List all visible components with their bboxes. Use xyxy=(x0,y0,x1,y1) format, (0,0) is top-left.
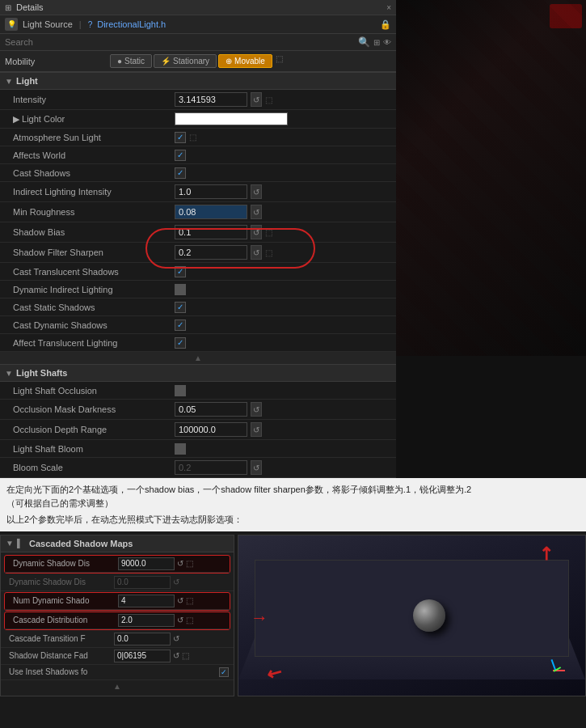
cascade-panel: ▼ ▌ Cascaded Shadow Maps Dynamic Shadow … xyxy=(0,535,234,696)
cast-static-row: Cast Static Shadows xyxy=(0,298,396,316)
shadow-distance-spin[interactable]: ↺ xyxy=(173,651,179,660)
search-input[interactable] xyxy=(5,37,358,47)
light-shafts-title: Light Shafts xyxy=(16,368,68,378)
shadow-bias-input[interactable] xyxy=(175,225,247,239)
affect-translucent-value xyxy=(175,337,391,349)
cascade-section-header[interactable]: ▼ ▌ Cascaded Shadow Maps xyxy=(1,535,234,552)
cast-shadows-checkbox[interactable] xyxy=(175,167,186,179)
affect-translucent-label: Affect Translucent Lighting xyxy=(13,338,175,348)
shadow-distance-input[interactable] xyxy=(114,650,171,662)
light-source-label: Light Source xyxy=(23,19,73,29)
cascade-transition-spin[interactable]: ↺ xyxy=(173,634,179,643)
indirect-lighting-label: Indirect Lighting Intensity xyxy=(13,187,175,197)
cascade-transition-value: ↺ xyxy=(114,633,229,645)
shadow-bias-spin[interactable]: ↺ xyxy=(251,225,262,239)
min-roughness-input[interactable] xyxy=(175,205,247,219)
cast-static-value xyxy=(175,302,391,313)
occlusion-depth-input[interactable] xyxy=(175,422,247,437)
shaft-occlusion-checkbox[interactable] xyxy=(175,385,186,396)
eye-icon[interactable]: 👁 xyxy=(383,38,391,47)
grid-view-icon[interactable]: ⊞ xyxy=(373,38,380,47)
cast-translucent-checkbox[interactable] xyxy=(175,266,186,277)
cascade-distribution-reset[interactable]: ⬚ xyxy=(186,616,193,624)
light-shafts-section-header[interactable]: ▼ Light Shafts xyxy=(0,364,396,382)
atmosphere-sun-row: Atmosphere Sun Light ⬚ xyxy=(0,129,396,146)
light-shafts-properties: Light Shaft Occlusion Occlusion Mask Dar… xyxy=(0,382,396,478)
occlusion-mask-input[interactable] xyxy=(175,402,247,417)
bloom-scale-value: ↺ xyxy=(175,460,391,475)
cascade-dyn-dist-spin[interactable]: ↺ xyxy=(177,559,183,568)
shadow-filter-reset[interactable]: ⬚ xyxy=(265,248,272,257)
cascade-num-dynamic-input[interactable] xyxy=(118,595,175,607)
cascade-transition-input[interactable] xyxy=(114,633,171,645)
movable-icon: ⊕ xyxy=(226,57,232,66)
file-label: DirectionalLight.h xyxy=(97,19,166,29)
light-section-arrow: ▼ xyxy=(5,77,13,86)
cascade-dyn-dist-reset[interactable]: ⬚ xyxy=(186,559,193,568)
intensity-reset[interactable]: ⬚ xyxy=(265,95,272,104)
indirect-lighting-spin[interactable]: ↺ xyxy=(251,184,262,199)
cascade-dyn-dist2-input[interactable] xyxy=(114,576,171,589)
indirect-lighting-value: ↺ xyxy=(175,184,391,199)
dynamic-indirect-checkbox[interactable] xyxy=(175,284,186,295)
affects-world-checkbox[interactable] xyxy=(175,150,186,161)
occlusion-mask-label: Occlusion Mask Darkness xyxy=(13,404,175,414)
atmosphere-sun-checkbox[interactable] xyxy=(175,132,186,143)
cascade-dyn-dist2-spin[interactable]: ↺ xyxy=(173,578,179,586)
shadow-distance-reset[interactable]: ⬚ xyxy=(182,651,189,660)
help-icon: ? xyxy=(88,20,93,29)
color-swatch[interactable] xyxy=(175,112,288,125)
cascade-distribution-input[interactable] xyxy=(118,614,175,627)
occlusion-mask-spin[interactable]: ↺ xyxy=(251,402,262,417)
indirect-lighting-input[interactable] xyxy=(175,184,247,199)
search-icon[interactable]: 🔍 xyxy=(358,36,370,48)
movable-button[interactable]: ⊕ Movable xyxy=(218,54,272,68)
intensity-value: ↺ ⬚ xyxy=(175,92,391,107)
static-button[interactable]: ● Static xyxy=(110,54,152,68)
cascade-distribution-value: ↺ ⬚ xyxy=(118,614,225,627)
affects-world-value xyxy=(175,150,391,161)
bloom-scale-input[interactable] xyxy=(175,460,247,475)
cast-dynamic-checkbox[interactable] xyxy=(175,320,186,331)
stationary-icon: ⚡ xyxy=(161,57,171,66)
light-section-header[interactable]: ▼ Light xyxy=(0,72,396,90)
bottom-panels: ▼ ▌ Cascaded Shadow Maps Dynamic Shadow … xyxy=(0,531,586,696)
cascade-num-dynamic-reset[interactable]: ⬚ xyxy=(186,596,193,605)
movable-reset-icon[interactable]: ⬚ xyxy=(276,54,283,68)
cascade-num-dynamic-spin[interactable]: ↺ xyxy=(177,596,183,605)
shadow-distance-label: Shadow Distance Fad xyxy=(9,651,114,660)
shadow-filter-spin[interactable]: ↺ xyxy=(251,245,262,260)
atmosphere-sun-label: Atmosphere Sun Light xyxy=(13,133,175,142)
use-inset-row: Use Inset Shadows fo xyxy=(1,665,234,680)
occlusion-depth-spin[interactable]: ↺ xyxy=(251,422,262,437)
shadow-bias-reset[interactable]: ⬚ xyxy=(265,228,272,237)
use-inset-label: Use Inset Shadows fo xyxy=(9,667,219,676)
min-roughness-spin[interactable]: ↺ xyxy=(251,205,262,219)
intensity-input[interactable] xyxy=(175,92,247,107)
shaft-bloom-label: Light Shaft Bloom xyxy=(13,444,175,454)
window-title: Details xyxy=(16,2,44,12)
shadow-filter-input[interactable] xyxy=(175,245,247,260)
use-inset-checkbox[interactable] xyxy=(219,667,229,677)
bottom-text-line1: 在定向光下面的2个基础选项，一个shadow bias，一个shadow fil… xyxy=(6,483,580,497)
occlusion-depth-label: Occlusion Depth Range xyxy=(13,425,175,434)
stationary-button[interactable]: ⚡ Stationary xyxy=(154,54,217,68)
cast-static-checkbox[interactable] xyxy=(175,302,186,313)
shaft-bloom-checkbox[interactable] xyxy=(175,443,186,455)
search-bar: 🔍 ⊞ 👁 xyxy=(0,34,396,51)
intensity-spin[interactable]: ↺ xyxy=(251,92,262,107)
cast-dynamic-label: Cast Dynamic Shadows xyxy=(13,320,175,330)
atmosphere-sun-reset[interactable]: ⬚ xyxy=(189,133,196,142)
light-properties: Intensity ↺ ⬚ ▶ Light Color At xyxy=(0,90,396,352)
light-color-value xyxy=(175,112,391,125)
cascade-dyn-dist-input[interactable] xyxy=(118,557,175,570)
cascade-dyn-dist-label: Dynamic Shadow Dis xyxy=(13,559,118,568)
cascade-num-dynamic-row: Num Dynamic Shado ↺ ⬚ xyxy=(5,593,230,610)
shaft-bloom-row: Light Shaft Bloom xyxy=(0,440,396,458)
scene-gizmo xyxy=(545,655,561,671)
cascade-distribution-spin[interactable]: ↺ xyxy=(177,616,183,624)
affect-translucent-checkbox[interactable] xyxy=(175,337,186,349)
bloom-scale-spin[interactable]: ↺ xyxy=(251,460,262,475)
close-button[interactable]: × xyxy=(386,3,391,12)
toolbar: 💡 Light Source | ? DirectionalLight.h 🔒 xyxy=(0,15,396,34)
